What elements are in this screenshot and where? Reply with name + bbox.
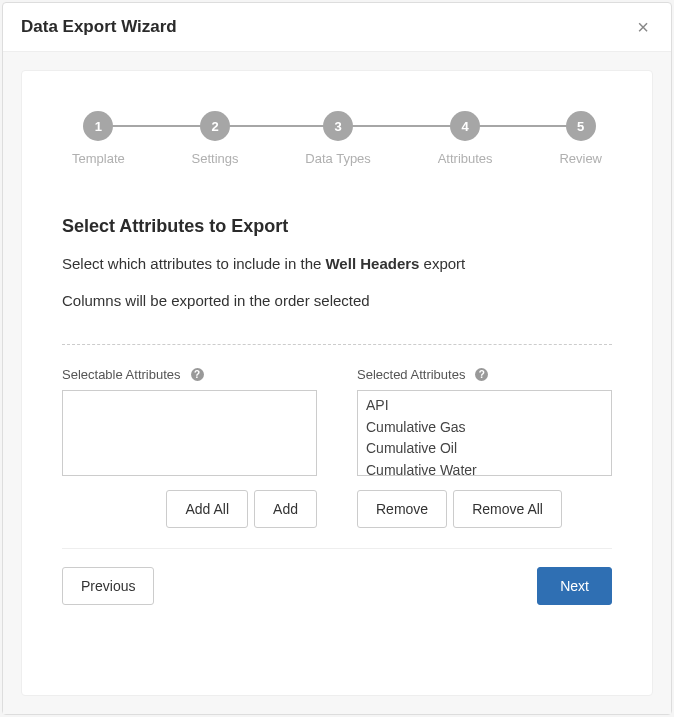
modal-body: 1 Template 2 Settings 3 Data Types 4 Att… bbox=[3, 52, 671, 714]
step-number: 1 bbox=[83, 111, 113, 141]
step-data-types[interactable]: 3 Data Types bbox=[305, 111, 371, 166]
section-title: Select Attributes to Export bbox=[62, 216, 612, 237]
section-description-2: Columns will be exported in the order se… bbox=[62, 290, 612, 313]
selected-column: Selected Attributes ? APICumulative GasC… bbox=[357, 367, 612, 528]
step-label: Attributes bbox=[438, 151, 493, 166]
desc-bold: Well Headers bbox=[325, 255, 419, 272]
help-icon[interactable]: ? bbox=[475, 368, 488, 381]
remove-all-button[interactable]: Remove All bbox=[453, 490, 562, 528]
desc-suffix: export bbox=[419, 255, 465, 272]
list-item[interactable]: Cumulative Gas bbox=[364, 417, 605, 439]
previous-button[interactable]: Previous bbox=[62, 567, 154, 605]
step-label: Settings bbox=[192, 151, 239, 166]
stepper: 1 Template 2 Settings 3 Data Types 4 Att… bbox=[62, 111, 612, 166]
divider bbox=[62, 344, 612, 345]
modal-header: Data Export Wizard × bbox=[3, 3, 671, 52]
selectable-label-text: Selectable Attributes bbox=[62, 367, 181, 382]
selected-button-row: Remove Remove All bbox=[357, 490, 612, 528]
step-number: 5 bbox=[566, 111, 596, 141]
step-label: Data Types bbox=[305, 151, 371, 166]
selected-label-text: Selected Attributes bbox=[357, 367, 465, 382]
selectable-column: Selectable Attributes ? Add All Add bbox=[62, 367, 317, 528]
remove-button[interactable]: Remove bbox=[357, 490, 447, 528]
wizard-footer: Previous Next bbox=[62, 548, 612, 605]
step-number: 4 bbox=[450, 111, 480, 141]
help-icon[interactable]: ? bbox=[191, 368, 204, 381]
selected-label: Selected Attributes ? bbox=[357, 367, 612, 382]
list-item[interactable]: Cumulative Oil bbox=[364, 438, 605, 460]
selected-listbox[interactable]: APICumulative GasCumulative OilCumulativ… bbox=[357, 390, 612, 476]
selectable-label: Selectable Attributes ? bbox=[62, 367, 317, 382]
section-description: Select which attributes to include in th… bbox=[62, 253, 612, 276]
add-all-button[interactable]: Add All bbox=[166, 490, 248, 528]
step-number: 2 bbox=[200, 111, 230, 141]
list-item[interactable]: API bbox=[364, 395, 605, 417]
desc-prefix: Select which attributes to include in th… bbox=[62, 255, 325, 272]
modal-dialog: Data Export Wizard × 1 Template 2 Settin… bbox=[2, 2, 672, 715]
list-item[interactable]: Cumulative Water bbox=[364, 460, 605, 476]
close-button[interactable]: × bbox=[633, 17, 653, 37]
step-label: Template bbox=[72, 151, 125, 166]
modal-title: Data Export Wizard bbox=[21, 17, 177, 37]
step-template[interactable]: 1 Template bbox=[72, 111, 125, 166]
selectable-listbox[interactable] bbox=[62, 390, 317, 476]
selectable-button-row: Add All Add bbox=[62, 490, 317, 528]
next-button[interactable]: Next bbox=[537, 567, 612, 605]
wizard-card: 1 Template 2 Settings 3 Data Types 4 Att… bbox=[21, 70, 653, 696]
step-review[interactable]: 5 Review bbox=[559, 111, 602, 166]
step-label: Review bbox=[559, 151, 602, 166]
add-button[interactable]: Add bbox=[254, 490, 317, 528]
step-number: 3 bbox=[323, 111, 353, 141]
step-attributes[interactable]: 4 Attributes bbox=[438, 111, 493, 166]
attribute-columns: Selectable Attributes ? Add All Add Sele… bbox=[62, 367, 612, 528]
step-settings[interactable]: 2 Settings bbox=[192, 111, 239, 166]
